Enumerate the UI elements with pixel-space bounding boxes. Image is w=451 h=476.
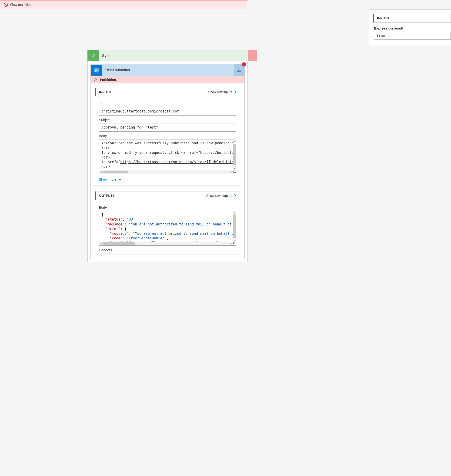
error-circle-icon [4,3,8,7]
flow-error-text: Flow run failed. [10,3,32,6]
flow-error-banner: Flow run failed. [0,1,247,9]
